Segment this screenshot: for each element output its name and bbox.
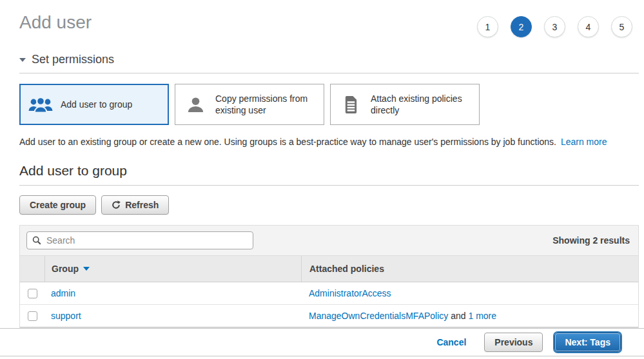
group-link[interactable]: admin [51,288,75,298]
step-4[interactable]: 4 [578,16,599,37]
option-attach-policies[interactable]: Attach existing policies directly [330,84,480,125]
group-icon [27,95,54,113]
search-input[interactable] [26,231,253,249]
next-tags-button[interactable]: Next: Tags [554,333,621,352]
step-5[interactable]: 5 [611,16,632,37]
add-user-to-group-heading: Add user to group [19,163,639,186]
add-user-wizard-page: Add user 1 2 3 4 5 Set permissions [0,12,644,328]
attached-policies-cell: ManageOwnCredentialsMFAPolicy and 1 more [309,311,496,321]
previous-button[interactable]: Previous [484,333,543,352]
column-header-group-label: Group [52,264,79,274]
policy-link[interactable]: AdministratorAccess [309,288,391,298]
row-checkbox[interactable] [28,289,37,298]
option-add-user-to-group[interactable]: Add user to group [19,84,169,125]
description-text: Add user to an existing group or create … [19,137,556,147]
card-label: Copy permissions from existing user [215,93,317,116]
set-permissions-toggle[interactable]: Set permissions [19,53,639,73]
table-header-row: Group Attached policies [20,255,638,282]
option-copy-permissions[interactable]: Copy permissions from existing user [175,84,324,125]
step-2-current[interactable]: 2 [511,16,532,37]
search-box [26,231,253,249]
results-count: Showing 2 results [552,235,632,246]
group-link[interactable]: support [51,311,81,321]
table-toolbar: Showing 2 results [20,226,638,255]
refresh-button-label: Refresh [125,200,159,210]
user-icon [182,95,209,114]
set-permissions-heading: Set permissions [32,53,114,66]
create-group-button[interactable]: Create group [19,195,96,215]
table-actions: Create group Refresh [19,195,639,215]
refresh-icon [112,200,121,209]
section-description: Add user to an existing group or create … [19,137,639,147]
card-label: Attach existing policies directly [371,93,473,116]
sort-desc-icon [83,267,90,271]
wizard-step-indicator: 1 2 3 4 5 [477,16,632,37]
groups-table: Showing 2 results Group Attached policie… [19,225,639,328]
column-header-group[interactable]: Group [44,256,301,282]
learn-more-link[interactable]: Learn more [561,137,607,147]
policy-link[interactable]: ManageOwnCredentialsMFAPolicy [309,311,448,321]
step-3[interactable]: 3 [544,16,565,37]
column-header-attached-policies[interactable]: Attached policies [301,256,638,282]
step-1[interactable]: 1 [477,16,498,37]
more-policies-link[interactable]: 1 more [468,311,496,321]
table-row-admin: admin AdministratorAccess [20,282,638,305]
policy-separator: and [448,311,468,321]
header-checkbox-cell [20,256,44,282]
permission-option-cards: Add user to group Copy permissions from … [19,84,639,125]
document-icon [337,95,364,114]
row-checkbox[interactable] [28,311,37,321]
column-header-policies-label: Attached policies [309,264,384,274]
refresh-button[interactable]: Refresh [101,195,169,215]
table-row-support: support ManageOwnCredentialsMFAPolicy an… [20,305,638,327]
collapse-caret-icon [19,58,26,62]
card-label: Add user to group [61,99,132,110]
attached-policies-cell: AdministratorAccess [309,288,391,298]
cancel-link[interactable]: Cancel [436,337,466,347]
wizard-footer: Cancel Previous Next: Tags [0,328,644,356]
